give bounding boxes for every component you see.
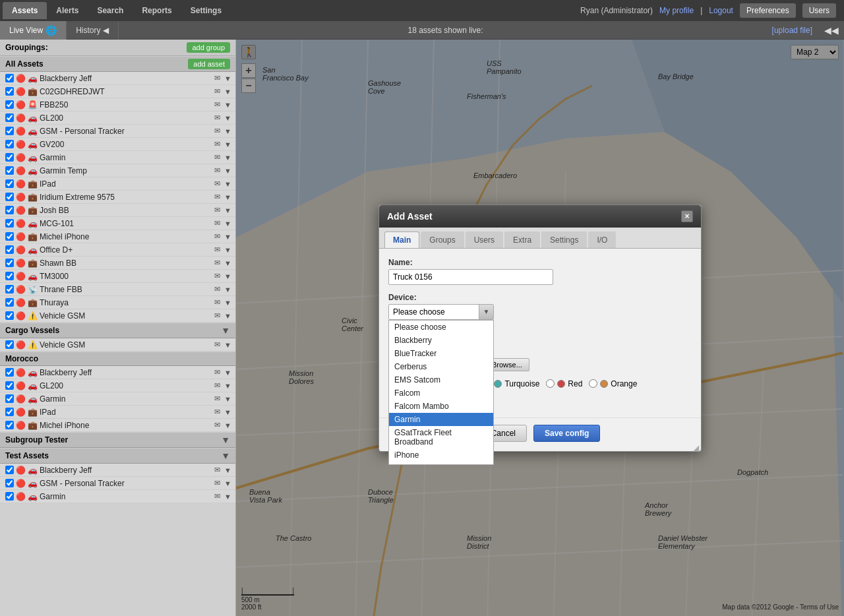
asset-checkbox[interactable] bbox=[5, 368, 14, 377]
save-config-button[interactable]: Save config bbox=[533, 425, 600, 442]
asset-checkbox[interactable] bbox=[5, 113, 14, 122]
asset-expand-btn[interactable]: ▼ bbox=[223, 394, 233, 404]
asset-expand-btn[interactable]: ▼ bbox=[223, 271, 233, 281]
color-radio-orange[interactable] bbox=[589, 379, 597, 388]
asset-item[interactable]: 🔴 💼 Michel iPhone ✉ ▼ bbox=[0, 230, 235, 243]
asset-checkbox[interactable] bbox=[5, 245, 14, 254]
modal-tab-groups[interactable]: Groups bbox=[421, 231, 464, 248]
tab-reports[interactable]: Reports bbox=[133, 2, 181, 19]
asset-mail-btn[interactable]: ✉ bbox=[213, 152, 222, 162]
asset-item[interactable]: 🔴 🚗 Garmin Temp ✉ ▼ bbox=[0, 164, 235, 177]
asset-expand-btn[interactable]: ▼ bbox=[223, 100, 233, 109]
test-assets-header[interactable]: Test Assets ▼ bbox=[0, 448, 235, 464]
asset-checkbox[interactable] bbox=[5, 259, 14, 267]
asset-mail-btn[interactable]: ✉ bbox=[213, 311, 222, 321]
modal-tab-io[interactable]: I/O bbox=[588, 231, 616, 248]
asset-item[interactable]: 🔴 🚗 GSM - Personal Tracker ✉ ▼ bbox=[0, 125, 235, 138]
asset-item[interactable]: 🔴 💼 Michel iPhone ✉ ▼ bbox=[0, 419, 235, 432]
tab-assets[interactable]: Assets bbox=[3, 2, 47, 19]
modal-tab-extra[interactable]: Extra bbox=[504, 231, 540, 248]
asset-checkbox[interactable] bbox=[5, 381, 14, 390]
logout-link[interactable]: Logout bbox=[709, 6, 733, 15]
asset-checkbox[interactable] bbox=[5, 100, 14, 109]
asset-item[interactable]: 🔴 💼 Shawn BB ✉ ▼ bbox=[0, 257, 235, 270]
asset-expand-btn[interactable]: ▼ bbox=[223, 126, 233, 136]
asset-expand-btn[interactable]: ▼ bbox=[223, 478, 233, 488]
asset-mail-btn[interactable]: ✉ bbox=[213, 271, 222, 281]
asset-checkbox[interactable] bbox=[5, 74, 14, 82]
asset-mail-btn[interactable]: ✉ bbox=[213, 394, 222, 404]
dropdown-item[interactable]: EMS Satcom bbox=[389, 373, 493, 386]
asset-item[interactable]: 🔴 💼 Iridium Extreme 9575 ✉ ▼ bbox=[0, 191, 235, 204]
asset-checkbox[interactable] bbox=[5, 153, 14, 162]
asset-checkbox[interactable] bbox=[5, 408, 14, 416]
color-radio-red[interactable] bbox=[546, 379, 555, 388]
asset-checkbox[interactable] bbox=[5, 479, 14, 487]
live-view-tab[interactable]: Live View 🌐 bbox=[0, 21, 67, 40]
asset-mail-btn[interactable]: ✉ bbox=[213, 179, 222, 189]
asset-mail-btn[interactable]: ✉ bbox=[213, 340, 222, 350]
history-tab[interactable]: History ◀ bbox=[67, 21, 119, 40]
asset-checkbox[interactable] bbox=[5, 285, 14, 293]
asset-mail-btn[interactable]: ✉ bbox=[213, 491, 222, 501]
dropdown-item[interactable]: Blackberry bbox=[389, 334, 493, 347]
dropdown-item-iphone[interactable]: iPhone bbox=[389, 448, 493, 462]
asset-expand-btn[interactable]: ▼ bbox=[223, 218, 233, 228]
asset-item[interactable]: 🔴 🚨 FBB250 ✉ ▼ bbox=[0, 98, 235, 111]
upload-file-link[interactable]: [upload file] bbox=[772, 26, 812, 35]
dropdown-item-garmin[interactable]: Garmin bbox=[389, 413, 493, 426]
asset-checkbox[interactable] bbox=[5, 127, 14, 135]
asset-expand-btn[interactable]: ▼ bbox=[223, 311, 233, 321]
asset-expand-btn[interactable]: ▼ bbox=[223, 152, 233, 162]
asset-item[interactable]: 🔴 ⚠️ Vehicle GSM ✉ ▼ bbox=[0, 338, 235, 352]
asset-item[interactable]: 🔴 📡 Thrane FBB ✉ ▼ bbox=[0, 283, 235, 296]
dropdown-item[interactable]: BlueTracker bbox=[389, 347, 493, 360]
asset-expand-btn[interactable]: ▼ bbox=[223, 179, 233, 189]
asset-item[interactable]: 🔴 💼 Thuraya ✉ ▼ bbox=[0, 296, 235, 309]
device-select-button[interactable]: Please choose ▼ bbox=[388, 304, 494, 320]
collapse-sidebar-btn[interactable]: ◀◀ bbox=[819, 22, 844, 38]
asset-expand-btn[interactable]: ▼ bbox=[223, 231, 233, 241]
add-group-button[interactable]: add group bbox=[187, 42, 230, 53]
asset-mail-btn[interactable]: ✉ bbox=[213, 407, 222, 417]
asset-checkbox[interactable] bbox=[5, 206, 14, 214]
asset-item[interactable]: 🔴 🚗 TM3000 ✉ ▼ bbox=[0, 270, 235, 283]
dropdown-item[interactable]: Falcom bbox=[389, 386, 493, 400]
map-area[interactable]: SanFrancisco Bay GashouseCove USSPampani… bbox=[236, 40, 844, 616]
asset-mail-btn[interactable]: ✉ bbox=[213, 245, 222, 255]
asset-item[interactable]: 🔴 🚗 MCG-101 ✉ ▼ bbox=[0, 217, 235, 230]
asset-expand-btn[interactable]: ▼ bbox=[223, 113, 233, 123]
asset-item[interactable]: 🔴 🚗 Blackberry Jeff ✉ ▼ bbox=[0, 366, 235, 379]
asset-mail-btn[interactable]: ✉ bbox=[213, 166, 222, 175]
asset-item[interactable]: 🔴 💼 IPad ✉ ▼ bbox=[0, 177, 235, 191]
asset-item[interactable]: 🔴 🚗 GL200 ✉ ▼ bbox=[0, 111, 235, 125]
asset-expand-btn[interactable]: ▼ bbox=[223, 73, 233, 83]
asset-expand-btn[interactable]: ▼ bbox=[223, 284, 233, 294]
asset-mail-btn[interactable]: ✉ bbox=[213, 126, 222, 136]
asset-checkbox[interactable] bbox=[5, 140, 14, 148]
asset-mail-btn[interactable]: ✉ bbox=[213, 86, 222, 96]
asset-mail-btn[interactable]: ✉ bbox=[213, 218, 222, 228]
asset-expand-btn[interactable]: ▼ bbox=[223, 245, 233, 255]
asset-item[interactable]: 🔴 🚗 GSM - Personal Tracker ✉ ▼ bbox=[0, 477, 235, 490]
asset-checkbox[interactable] bbox=[5, 219, 14, 228]
asset-item[interactable]: 🔴 🚗 Garmin ✉ ▼ bbox=[0, 392, 235, 406]
dropdown-item[interactable]: Please choose bbox=[389, 321, 493, 334]
asset-item[interactable]: 🔴 🚗 GV200 ✉ ▼ bbox=[0, 138, 235, 151]
modal-tab-settings[interactable]: Settings bbox=[541, 231, 587, 248]
dropdown-item[interactable]: GSatTrack Fleet Broadband bbox=[389, 426, 493, 448]
asset-expand-btn[interactable]: ▼ bbox=[223, 192, 233, 202]
asset-checkbox[interactable] bbox=[5, 166, 14, 175]
asset-expand-btn[interactable]: ▼ bbox=[223, 420, 233, 430]
asset-expand-btn[interactable]: ▼ bbox=[223, 465, 233, 475]
asset-mail-btn[interactable]: ✉ bbox=[213, 73, 222, 83]
asset-item[interactable]: 🔴 💼 C02GDHREDJWT ✉ ▼ bbox=[0, 85, 235, 98]
subgroup-tester-expand-icon[interactable]: ▼ bbox=[221, 435, 230, 445]
asset-checkbox[interactable] bbox=[5, 193, 14, 201]
asset-checkbox[interactable] bbox=[5, 394, 14, 403]
asset-item[interactable]: 🔴 🚗 Garmin ✉ ▼ bbox=[0, 151, 235, 164]
asset-item[interactable]: 🔴 🚗 Blackberry Jeff ✉ ▼ bbox=[0, 464, 235, 477]
modal-close-button[interactable]: × bbox=[681, 210, 693, 222]
asset-mail-btn[interactable]: ✉ bbox=[213, 231, 222, 241]
add-asset-button[interactable]: add asset bbox=[188, 59, 230, 69]
